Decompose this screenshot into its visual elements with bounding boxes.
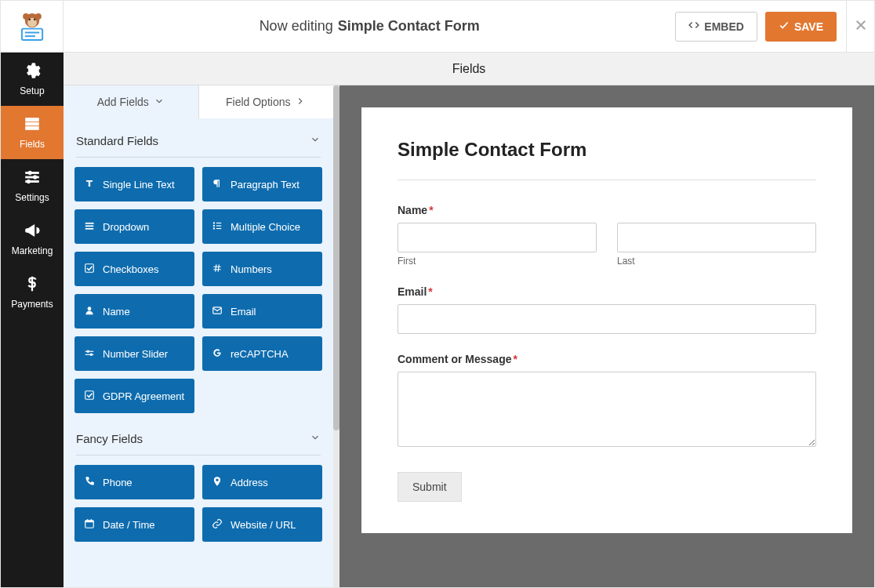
dollar-icon: [24, 275, 41, 295]
calendar-icon: [84, 518, 95, 532]
field-button-label: Dropdown: [103, 221, 149, 233]
last-name-sublabel: Last: [617, 256, 816, 267]
panel-scrollbar[interactable]: [333, 85, 339, 587]
check-icon: [779, 20, 790, 33]
field-button-name[interactable]: Name: [74, 294, 194, 328]
field-button-label: Paragraph Text: [231, 179, 300, 191]
field-button-label: reCAPTCHA: [231, 348, 289, 360]
last-name-input[interactable]: [617, 223, 816, 252]
field-button-label: Single Line Text: [103, 179, 175, 191]
field-button-date-time[interactable]: Date / Time: [74, 507, 194, 542]
svg-rect-27: [216, 225, 221, 226]
svg-rect-30: [85, 263, 94, 272]
svg-rect-6: [21, 28, 42, 39]
pin-icon: [212, 476, 223, 489]
svg-rect-7: [24, 31, 38, 33]
field-button-label: Multiple Choice: [231, 221, 300, 233]
field-button-label: Address: [231, 477, 268, 488]
field-button-single-line-text[interactable]: Single Line Text: [74, 167, 194, 201]
svg-rect-39: [85, 520, 94, 521]
field-button-checkboxes[interactable]: Checkboxes: [74, 252, 194, 286]
page-title: Now editing Simple Contact Form: [64, 18, 675, 34]
svg-point-17: [33, 176, 37, 180]
embed-button-label: EMBED: [704, 20, 744, 33]
form-preview: Simple Contact Form Name* First: [361, 107, 852, 533]
svg-point-4: [28, 18, 31, 20]
field-button-number-slider[interactable]: Number Slider: [74, 336, 194, 371]
now-editing-label: Now editing: [260, 18, 333, 34]
sidebar-item-fields[interactable]: Fields: [1, 106, 64, 159]
sidebar-item-label: Fields: [20, 139, 45, 150]
paragraph-icon: [212, 178, 223, 191]
field-button-numbers[interactable]: Numbers: [202, 252, 322, 286]
submit-button[interactable]: Submit: [398, 472, 462, 502]
logo: [1, 1, 64, 53]
svg-point-34: [87, 350, 90, 353]
svg-point-19: [27, 180, 31, 183]
embed-button[interactable]: EMBED: [675, 12, 757, 42]
field-button-dropdown[interactable]: Dropdown: [74, 209, 194, 244]
megaphone-icon: [24, 222, 41, 241]
svg-rect-37: [85, 390, 94, 399]
tab-label: Add Fields: [97, 96, 149, 108]
tab-add-fields[interactable]: Add Fields: [64, 85, 199, 118]
svg-rect-40: [87, 519, 88, 521]
field-button-label: Checkboxes: [103, 263, 159, 275]
field-button-label: Name: [103, 306, 130, 318]
sidebar-item-label: Setup: [20, 85, 44, 96]
field-button-recaptcha[interactable]: reCAPTCHA: [202, 336, 322, 371]
group-header-standard-fields[interactable]: Standard Fields: [74, 118, 322, 157]
svg-point-2: [34, 13, 41, 19]
list-icon: [212, 220, 223, 234]
hash-icon: [212, 263, 223, 276]
text-icon: [84, 178, 95, 191]
chevron-down-icon: [310, 432, 321, 445]
comment-textarea[interactable]: [398, 372, 816, 447]
sidebar-item-settings[interactable]: Settings: [1, 159, 64, 212]
check-icon: [84, 263, 95, 276]
field-button-label: Date / Time: [103, 519, 154, 531]
field-button-phone[interactable]: Phone: [74, 465, 194, 499]
sidebar-item-payments[interactable]: Payments: [1, 266, 64, 319]
google-icon: [212, 347, 223, 361]
form-title: Simple Contact Form: [398, 139, 816, 161]
content-title: Fields: [64, 53, 874, 85]
svg-point-24: [213, 222, 215, 223]
field-button-gdpr-agreement[interactable]: GDPR Agreement: [74, 379, 194, 413]
field-button-label: Email: [231, 306, 256, 318]
svg-rect-20: [85, 222, 94, 223]
field-button-email[interactable]: Email: [202, 294, 322, 328]
code-icon: [688, 20, 699, 33]
save-button[interactable]: SAVE: [765, 12, 837, 42]
email-label: Email*: [398, 285, 816, 298]
chevron-down-icon: [154, 96, 165, 109]
field-button-paragraph-text[interactable]: Paragraph Text: [202, 167, 322, 201]
form-name-label: Simple Contact Form: [338, 18, 480, 34]
field-button-website-url[interactable]: Website / URL: [202, 507, 322, 542]
svg-rect-25: [216, 222, 221, 223]
close-button[interactable]: [846, 1, 874, 53]
save-button-label: SAVE: [794, 20, 823, 33]
sidebar-item-setup[interactable]: Setup: [1, 53, 64, 106]
field-button-label: Number Slider: [103, 348, 168, 360]
field-button-address[interactable]: Address: [202, 465, 322, 499]
link-icon: [212, 518, 223, 532]
sidebar-item-label: Payments: [11, 299, 53, 310]
tab-label: Field Options: [226, 96, 290, 108]
first-name-sublabel: First: [398, 256, 597, 267]
svg-point-15: [28, 171, 32, 175]
field-button-label: Phone: [103, 477, 133, 488]
svg-rect-41: [91, 519, 92, 521]
tab-field-options[interactable]: Field Options: [199, 85, 334, 118]
chevron-down-icon: [310, 134, 321, 147]
svg-rect-12: [26, 122, 39, 125]
svg-rect-8: [24, 35, 34, 37]
sidebar-item-marketing[interactable]: Marketing: [1, 212, 64, 266]
group-header-fancy-fields[interactable]: Fancy Fields: [74, 416, 322, 455]
field-button-multiple-choice[interactable]: Multiple Choice: [202, 209, 322, 244]
svg-rect-22: [85, 227, 94, 229]
user-icon: [84, 305, 95, 318]
svg-point-36: [90, 353, 93, 356]
first-name-input[interactable]: [398, 223, 597, 252]
email-input[interactable]: [398, 304, 816, 334]
